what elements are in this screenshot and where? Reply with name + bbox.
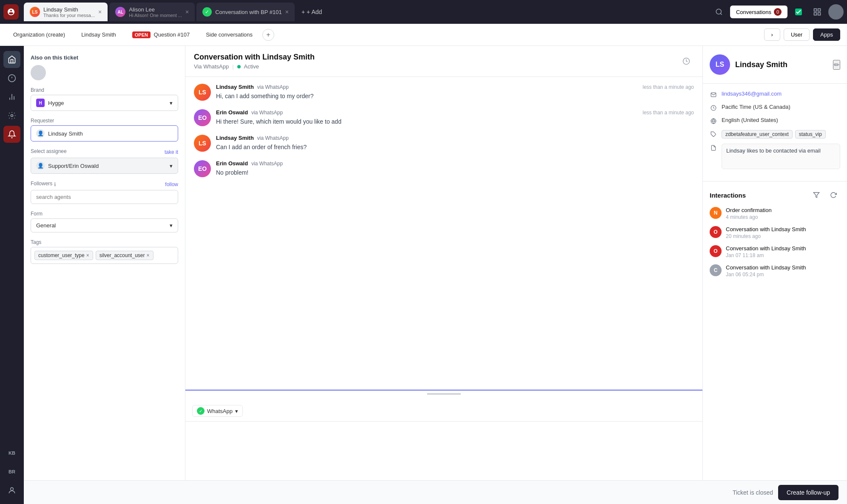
tab-close-btn[interactable]: ×	[285, 8, 289, 15]
followers-label: Followers	[31, 181, 52, 187]
interaction-item: O Conversation with Lindsay Smith 20 min…	[710, 226, 840, 239]
filter-interactions-button[interactable]	[810, 188, 823, 202]
edit-user-button[interactable]: ✏	[833, 60, 840, 70]
svg-point-12	[11, 115, 13, 117]
compose-input[interactable]	[185, 422, 702, 481]
add-tab-button[interactable]: + + Add	[296, 5, 327, 19]
compose-toolbar: ✓ WhatsApp ▾	[185, 401, 702, 422]
sidebar-item-br[interactable]: BR	[3, 463, 20, 480]
tab-conversation-bp[interactable]: ✓ Conversation with BP #101 ×	[196, 3, 295, 21]
create-followup-button[interactable]: Create follow-up	[778, 485, 838, 500]
status-indicator-button[interactable]	[791, 4, 806, 20]
main-layout: KB BR Also on this ticket Brand H Hygge …	[0, 46, 847, 504]
conversations-badge: 0	[774, 8, 782, 16]
message-sender: Lindsay Smith	[216, 135, 254, 141]
message-sender: Erin Oswald	[216, 160, 248, 167]
assignee-select[interactable]: 👤 Support/Erin Oswald ▾	[31, 158, 178, 174]
search-button[interactable]	[711, 4, 727, 20]
settings-button[interactable]	[810, 4, 825, 20]
assignee-field: Select assignee take it 👤 Support/Erin O…	[31, 148, 178, 174]
chevron-button[interactable]: ›	[764, 28, 780, 41]
history-button[interactable]	[679, 54, 694, 69]
followers-search-input[interactable]	[31, 190, 178, 204]
interaction-title: Order confirmation	[726, 207, 840, 213]
active-dot	[237, 65, 241, 68]
tab-lindsay-smith[interactable]: LS Lindsay Smith Thanks for your messa..…	[24, 3, 108, 21]
form-select[interactable]: General ▾	[31, 218, 178, 232]
brand-label: Brand	[31, 87, 178, 93]
conversation-panel: Conversation with Lindsay Smith Via What…	[185, 46, 702, 504]
tab-question-107[interactable]: OPEN Question #107	[126, 28, 196, 41]
add-tab-secondary-button[interactable]: +	[262, 29, 274, 41]
sidebar-item-profile[interactable]	[3, 482, 20, 499]
avatar: EO	[194, 109, 211, 126]
conversation-title: Conversation with Lindsay Smith	[194, 53, 315, 62]
tab-side-conversations[interactable]: Side conversations	[199, 28, 259, 41]
tab-close-btn[interactable]: ×	[185, 8, 189, 15]
svg-rect-3	[818, 9, 821, 11]
sidebar-item-analytics[interactable]	[3, 88, 20, 105]
side-navigation: KB BR	[0, 46, 24, 504]
form-field: Form General ▾	[31, 211, 178, 232]
user-notes[interactable]: Lindsay likes to be contacted via email	[722, 144, 840, 169]
assignee-icon: 👤	[36, 161, 45, 170]
follow-button[interactable]: follow	[165, 181, 178, 187]
secondary-toolbar: Organization (create) Lindsay Smith OPEN…	[0, 24, 847, 46]
interaction-title: Conversation with Lindsay Smith	[726, 245, 840, 252]
interaction-time: 4 minutes ago	[726, 214, 840, 220]
user-avatar-button[interactable]	[828, 4, 844, 20]
info-icon[interactable]: ℹ	[54, 181, 56, 187]
tags-label: Tags	[31, 239, 178, 245]
tab-subtitle: Hi Alison! One moment ...	[129, 13, 182, 18]
sidebar-item-tickets[interactable]	[3, 70, 20, 87]
collapse-bar[interactable]	[185, 391, 702, 401]
brand-select[interactable]: H Hygge ▾	[31, 95, 178, 111]
user-tag: zdbetafeature_user_context	[722, 130, 793, 139]
separator	[427, 393, 461, 395]
conversations-button[interactable]: Conversations 0	[730, 6, 787, 18]
interaction-item: N Order confirmation 4 minutes ago	[710, 207, 840, 220]
tab-lindsay-smith-secondary[interactable]: Lindsay Smith	[75, 28, 122, 41]
channel-label: Via WhatsApp	[194, 63, 229, 70]
message-row: EO Erin Oswald via WhatsApp less than a …	[194, 109, 694, 126]
whatsapp-channel-selector[interactable]: ✓ WhatsApp ▾	[192, 405, 243, 417]
user-avatar: LS	[710, 54, 730, 75]
sidebar-item-notifications[interactable]	[3, 126, 20, 143]
interaction-badge: C	[710, 264, 722, 276]
requester-input[interactable]: 👤 Lindsay Smith	[31, 125, 178, 142]
whatsapp-label: WhatsApp	[207, 408, 233, 414]
interaction-time: Jan 07 11:18 am	[726, 252, 840, 258]
svg-rect-5	[818, 13, 821, 15]
apps-tab-button[interactable]: Apps	[813, 28, 840, 41]
take-it-button[interactable]: take it	[165, 149, 178, 155]
sidebar-item-kb[interactable]: KB	[3, 445, 20, 462]
ticket-closed-text: Ticket is closed	[733, 489, 773, 496]
interaction-title: Conversation with Lindsay Smith	[726, 264, 840, 271]
message-via: via WhatsApp	[251, 110, 283, 116]
tag-close-icon[interactable]: ×	[146, 252, 149, 258]
status-label: Active	[244, 63, 259, 70]
sidebar-item-home[interactable]	[3, 51, 20, 68]
bottom-status-bar: Ticket is closed Create follow-up	[24, 480, 847, 504]
whatsapp-icon: ✓	[202, 7, 212, 17]
tag-close-icon[interactable]: ×	[86, 252, 89, 258]
message-via: via WhatsApp	[257, 84, 289, 90]
tab-title: Alison Lee	[129, 6, 182, 13]
interaction-badge: O	[710, 245, 722, 257]
user-timezone: Pacific Time (US & Canada)	[722, 104, 790, 110]
message-row: LS Lindsay Smith via WhatsApp Can I add …	[194, 135, 694, 152]
sidebar-item-settings[interactable]	[3, 107, 20, 124]
chevron-down-icon: ▾	[170, 222, 173, 229]
interaction-badge: O	[710, 226, 722, 238]
tab-close-btn[interactable]: ×	[98, 8, 102, 15]
tab-alison-lee[interactable]: AL Alison Lee Hi Alison! One moment ... …	[109, 3, 195, 21]
tag-customer-user-type: customer_user_type ×	[34, 251, 93, 260]
refresh-interactions-button[interactable]	[827, 188, 840, 202]
user-email[interactable]: lindsays346@gmail.com	[722, 91, 782, 97]
requester-value: Lindsay Smith	[48, 130, 83, 137]
tab-organization[interactable]: Organization (create)	[7, 28, 71, 41]
user-tab-button[interactable]: User	[784, 28, 810, 41]
requester-label: Requester	[31, 118, 178, 124]
conversation-meta: Via WhatsApp | Active	[194, 63, 315, 70]
notes-row: Lindsay likes to be contacted via email	[710, 144, 840, 169]
